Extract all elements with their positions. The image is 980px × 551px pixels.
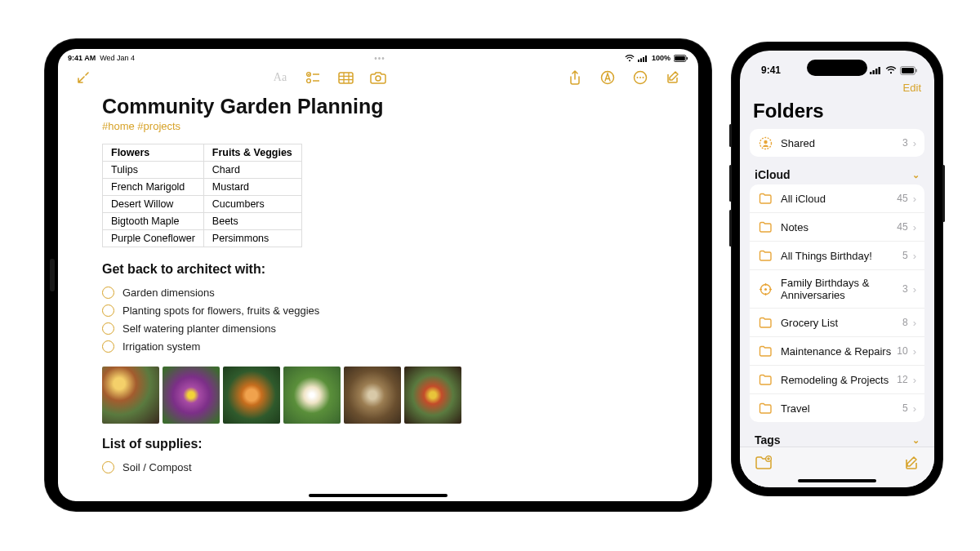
table-row[interactable]: TulipsChard xyxy=(103,162,302,179)
wifi-icon xyxy=(625,55,635,62)
table-header[interactable]: Flowers xyxy=(103,144,204,162)
folder-count: 5 xyxy=(902,250,908,261)
attachment-thumbnail[interactable] xyxy=(344,367,401,424)
multitask-dots-icon[interactable]: ••• xyxy=(135,54,625,63)
checklist-label: Soil / Compost xyxy=(122,461,192,473)
cell-signal-icon xyxy=(638,55,648,62)
table-cell[interactable]: Cucumbers xyxy=(203,196,301,213)
table-header[interactable]: Fruits & Veggies xyxy=(203,144,301,162)
folder-row[interactable]: All iCloud45› xyxy=(750,184,924,213)
new-folder-icon[interactable] xyxy=(755,455,773,470)
chevron-right-icon: › xyxy=(913,137,916,149)
table-cell[interactable]: Beets xyxy=(203,213,301,230)
checklist-item[interactable]: Garden dimensions xyxy=(102,283,654,301)
table-row[interactable]: Purple ConeflowerPersimmons xyxy=(103,230,302,247)
chevron-down-icon: ⌄ xyxy=(912,435,920,446)
collapse-sidebar-icon[interactable] xyxy=(71,68,96,87)
folder-row[interactable]: Remodeling & Projects12› xyxy=(750,366,924,394)
folder-icon xyxy=(758,315,773,330)
share-icon[interactable] xyxy=(563,68,587,87)
checkbox-icon[interactable] xyxy=(102,340,114,353)
svg-rect-2 xyxy=(643,57,644,62)
folder-label: Family Birthdays & Anniversaries xyxy=(781,277,902,301)
table-cell[interactable]: Persimmons xyxy=(203,230,301,247)
table-cell[interactable]: Bigtooth Maple xyxy=(103,213,204,230)
table-cell[interactable]: Desert Willow xyxy=(103,196,204,213)
folder-label: Travel xyxy=(781,402,902,415)
section-header-icloud[interactable]: iCloud ⌄ xyxy=(740,165,934,184)
compose-icon[interactable] xyxy=(661,68,685,87)
checklist-icon[interactable] xyxy=(301,68,325,87)
folder-row-shared[interactable]: Shared 3 › xyxy=(750,129,924,157)
folder-count: 45 xyxy=(897,193,907,204)
notes-toolbar: Aa xyxy=(58,64,698,93)
note-title[interactable]: Community Garden Planning xyxy=(102,95,654,118)
battery-icon xyxy=(900,66,918,75)
checklist[interactable]: Garden dimensionsPlanting spots for flow… xyxy=(102,283,654,355)
markup-icon[interactable] xyxy=(595,68,620,87)
folder-row[interactable]: Maintenance & Repairs10› xyxy=(750,337,924,366)
svg-rect-23 xyxy=(873,70,875,74)
svg-rect-22 xyxy=(870,72,871,74)
nav-bar: Edit xyxy=(740,80,934,100)
folder-row[interactable]: Notes45› xyxy=(750,213,924,242)
attachment-thumbnail[interactable] xyxy=(102,367,159,424)
checkbox-icon[interactable] xyxy=(102,322,114,335)
checklist[interactable]: Soil / Compost xyxy=(102,458,654,476)
note-content[interactable]: Community Garden Planning #home #project… xyxy=(58,93,698,501)
section-label: Tags xyxy=(755,433,781,447)
section-heading[interactable]: List of supplies: xyxy=(102,437,654,451)
folder-icon xyxy=(758,372,773,387)
folder-icon xyxy=(758,344,773,358)
chevron-down-icon: ⌄ xyxy=(912,170,920,180)
ipad-screen: 9:41 AM Wed Jan 4 ••• 100% Aa xyxy=(58,49,698,501)
table-cell[interactable]: Mustard xyxy=(203,179,301,196)
checkbox-icon[interactable] xyxy=(102,287,114,299)
more-icon[interactable] xyxy=(628,68,653,87)
svg-point-32 xyxy=(764,288,767,291)
svg-rect-28 xyxy=(915,69,917,72)
table-cell[interactable]: Chard xyxy=(203,162,301,179)
table-row[interactable]: Bigtooth MapleBeets xyxy=(103,213,302,230)
folder-row[interactable]: Family Birthdays & Anniversaries3› xyxy=(750,270,924,309)
checklist-item[interactable]: Soil / Compost xyxy=(102,458,654,476)
compose-icon[interactable] xyxy=(903,455,920,471)
checklist-item[interactable]: Irrigation system xyxy=(102,337,654,355)
section-heading[interactable]: Get back to architect with: xyxy=(102,262,654,277)
table-icon[interactable] xyxy=(333,68,358,87)
attachment-thumbnail[interactable] xyxy=(163,367,220,424)
table-cell[interactable]: Purple Coneflower xyxy=(103,230,204,247)
folders-list: All iCloud45›Notes45›All Things Birthday… xyxy=(750,184,924,422)
checklist-label: Planting spots for flowers, fruits & veg… xyxy=(122,304,319,317)
table-row[interactable]: French MarigoldMustard xyxy=(103,179,302,196)
smart-folder-icon xyxy=(758,282,773,296)
text-format-icon[interactable]: Aa xyxy=(268,68,292,87)
svg-point-19 xyxy=(637,77,639,78)
folder-label: Notes xyxy=(781,221,897,233)
chevron-right-icon: › xyxy=(913,193,916,205)
attachment-thumbnail[interactable] xyxy=(223,367,280,424)
note-table[interactable]: FlowersFruits & Veggies TulipsChardFrenc… xyxy=(102,144,302,247)
camera-icon[interactable] xyxy=(366,68,390,87)
status-time: 9:41 xyxy=(761,64,781,76)
folder-row[interactable]: Travel5› xyxy=(750,394,924,422)
attachment-thumbnail[interactable] xyxy=(283,367,341,424)
note-hashtags[interactable]: #home #projects xyxy=(102,120,654,132)
home-indicator[interactable] xyxy=(798,479,876,482)
folder-count: 3 xyxy=(902,137,908,149)
svg-point-16 xyxy=(376,76,381,81)
edit-button[interactable]: Edit xyxy=(903,82,921,100)
checkbox-icon[interactable] xyxy=(102,461,114,473)
checklist-item[interactable]: Planting spots for flowers, fruits & veg… xyxy=(102,301,654,319)
table-cell[interactable]: Tulips xyxy=(103,162,204,179)
checklist-label: Self watering planter dimensions xyxy=(122,322,276,335)
checklist-item[interactable]: Self watering planter dimensions xyxy=(102,319,654,337)
table-row[interactable]: Desert WillowCucumbers xyxy=(103,196,302,213)
checkbox-icon[interactable] xyxy=(102,304,114,317)
folder-row[interactable]: All Things Birthday!5› xyxy=(750,242,924,270)
image-attachments[interactable] xyxy=(102,367,654,424)
attachment-thumbnail[interactable] xyxy=(404,367,461,424)
folder-row[interactable]: Grocery List8› xyxy=(750,309,924,337)
table-cell[interactable]: French Marigold xyxy=(103,179,204,196)
home-indicator[interactable] xyxy=(309,494,448,497)
